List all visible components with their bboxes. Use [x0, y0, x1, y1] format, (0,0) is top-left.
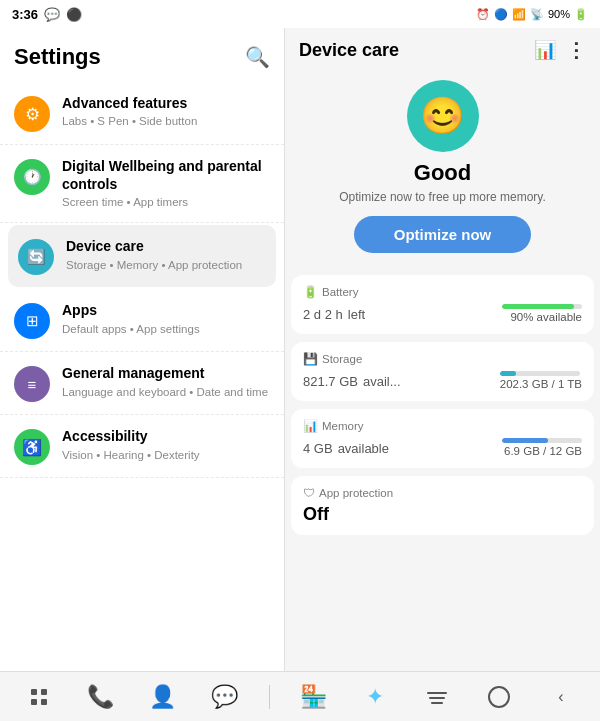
storage-value: 821.7 GB avail...: [303, 370, 401, 391]
memory-value: 4 GB available: [303, 437, 389, 458]
nav-store[interactable]: 🏪: [295, 679, 331, 715]
sidebar-item-accessibility[interactable]: ♿ Accessibility Vision • Hearing • Dexte…: [0, 415, 284, 478]
storage-label: 💾 Storage: [303, 352, 582, 366]
battery-row: 2 d 2 h left 90% available: [303, 303, 582, 324]
signal-icon: 📡: [530, 8, 544, 21]
battery-icon: 🔋: [574, 8, 588, 21]
wifi-icon: 📶: [512, 8, 526, 21]
status-label: Good: [414, 160, 471, 186]
battery-value: 2 d 2 h left: [303, 303, 365, 324]
battery-label: 🔋 Battery: [303, 285, 582, 299]
nav-home[interactable]: [481, 679, 517, 715]
nav-apps-grid[interactable]: [21, 679, 57, 715]
nav-phone[interactable]: 📞: [83, 679, 119, 715]
memory-label: 📊 Memory: [303, 419, 582, 433]
accessibility-title: Accessibility: [62, 427, 270, 445]
device-care-title: Device care: [66, 237, 266, 255]
storage-card: 💾 Storage 821.7 GB avail... 202.3 GB / 1…: [291, 342, 594, 401]
nav-messages[interactable]: 💬: [207, 679, 243, 715]
status-description: Optimize now to free up more memory.: [339, 190, 546, 204]
app-protection-label: 🛡 App protection: [303, 486, 582, 500]
general-management-title: General management: [62, 364, 270, 382]
advanced-features-icon: ⚙: [14, 96, 50, 132]
svg-rect-2: [31, 699, 37, 705]
battery-progress-container: [502, 304, 582, 309]
memory-card: 📊 Memory 4 GB available 6.9 GB / 12 GB: [291, 409, 594, 468]
accessibility-text: Accessibility Vision • Hearing • Dexteri…: [62, 427, 270, 462]
memory-right: 6.9 GB / 12 GB: [502, 438, 582, 457]
status-time: 3:36 💬 ⚫: [12, 7, 82, 22]
apps-subtitle: Default apps • App settings: [62, 322, 270, 337]
battery-card: 🔋 Battery 2 d 2 h left 90% available: [291, 275, 594, 334]
status-bar: 3:36 💬 ⚫ ⏰ 🔵 📶 📡 90% 🔋: [0, 0, 600, 28]
battery-right: 90% available: [502, 304, 582, 323]
battery-progress-bar: [502, 304, 574, 309]
accessibility-icon: ♿: [14, 429, 50, 465]
status-smiley: 😊: [407, 80, 479, 152]
digital-wellbeing-subtitle: Screen time • App timers: [62, 195, 270, 210]
msg2-icon: ⚫: [66, 7, 82, 22]
apps-title: Apps: [62, 301, 270, 319]
memory-row: 4 GB available 6.9 GB / 12 GB: [303, 437, 582, 458]
sidebar-item-device-care[interactable]: 🔄 Device care Storage • Memory • App pro…: [8, 225, 276, 287]
apps-text: Apps Default apps • App settings: [62, 301, 270, 336]
digital-wellbeing-icon: 🕐: [14, 159, 50, 195]
general-management-subtitle: Language and keyboard • Date and time: [62, 385, 270, 400]
sidebar-item-apps[interactable]: ⊞ Apps Default apps • App settings: [0, 289, 284, 352]
app-protection-icon: 🛡: [303, 486, 315, 500]
memory-progress-bar: [502, 438, 548, 443]
digital-wellbeing-text: Digital Wellbeing and parental controls …: [62, 157, 270, 210]
main-container: Settings 🔍 ⚙ Advanced features Labs • S …: [0, 28, 600, 671]
svg-rect-1: [41, 689, 47, 695]
nav-divider: [269, 685, 270, 709]
right-header: Device care 📊 ⋮: [285, 28, 600, 68]
bottom-nav: 📞 👤 💬 🏪 ✦ ‹: [0, 671, 600, 721]
nav-back[interactable]: ‹: [543, 679, 579, 715]
apps-icon: ⊞: [14, 303, 50, 339]
memory-label-icon: 📊: [303, 419, 318, 433]
nav-assistant[interactable]: ✦: [357, 679, 393, 715]
general-management-icon: ≡: [14, 366, 50, 402]
general-management-text: General management Language and keyboard…: [62, 364, 270, 399]
storage-right: 202.3 GB / 1 TB: [500, 371, 582, 390]
settings-title: Settings: [14, 44, 101, 70]
bluetooth-icon: 🔵: [494, 8, 508, 21]
search-button[interactable]: 🔍: [245, 45, 270, 69]
msg-icon: 💬: [44, 7, 60, 22]
sidebar-item-general-management[interactable]: ≡ General management Language and keyboa…: [0, 352, 284, 415]
time-display: 3:36: [12, 7, 38, 22]
advanced-features-subtitle: Labs • S Pen • Side button: [62, 114, 270, 129]
device-care-subtitle: Storage • Memory • App protection: [66, 258, 266, 273]
svg-rect-3: [41, 699, 47, 705]
battery-label-icon: 🔋: [303, 285, 318, 299]
nav-recents[interactable]: [419, 679, 455, 715]
device-care-text: Device care Storage • Memory • App prote…: [66, 237, 266, 272]
advanced-features-text: Advanced features Labs • S Pen • Side bu…: [62, 94, 270, 129]
sidebar-item-advanced-features[interactable]: ⚙ Advanced features Labs • S Pen • Side …: [0, 82, 284, 145]
optimize-now-button[interactable]: Optimize now: [354, 216, 532, 253]
memory-progress-container: [502, 438, 582, 443]
storage-label-icon: 💾: [303, 352, 318, 366]
nav-contacts[interactable]: 👤: [145, 679, 181, 715]
more-options-icon[interactable]: ⋮: [566, 38, 586, 62]
accessibility-subtitle: Vision • Hearing • Dexterity: [62, 448, 270, 463]
storage-progress-bar: [500, 371, 516, 376]
left-header: Settings 🔍: [0, 28, 284, 82]
alarm-icon: ⏰: [476, 8, 490, 21]
right-panel-title: Device care: [299, 40, 399, 61]
right-panel: Device care 📊 ⋮ 😊 Good Optimize now to f…: [285, 28, 600, 671]
device-care-body: 😊 Good Optimize now to free up more memo…: [285, 68, 600, 275]
status-icons: ⏰ 🔵 📶 📡 90% 🔋: [476, 8, 588, 21]
battery-text: 90%: [548, 8, 570, 20]
digital-wellbeing-title: Digital Wellbeing and parental controls: [62, 157, 270, 193]
left-panel: Settings 🔍 ⚙ Advanced features Labs • S …: [0, 28, 285, 671]
settings-list: ⚙ Advanced features Labs • S Pen • Side …: [0, 82, 284, 671]
advanced-features-title: Advanced features: [62, 94, 270, 112]
app-protection-card: 🛡 App protection Off: [291, 476, 594, 535]
svg-rect-0: [31, 689, 37, 695]
storage-progress-container: [500, 371, 580, 376]
device-care-icon: 🔄: [18, 239, 54, 275]
storage-row: 821.7 GB avail... 202.3 GB / 1 TB: [303, 370, 582, 391]
sidebar-item-digital-wellbeing[interactable]: 🕐 Digital Wellbeing and parental control…: [0, 145, 284, 223]
chart-icon[interactable]: 📊: [534, 39, 556, 61]
